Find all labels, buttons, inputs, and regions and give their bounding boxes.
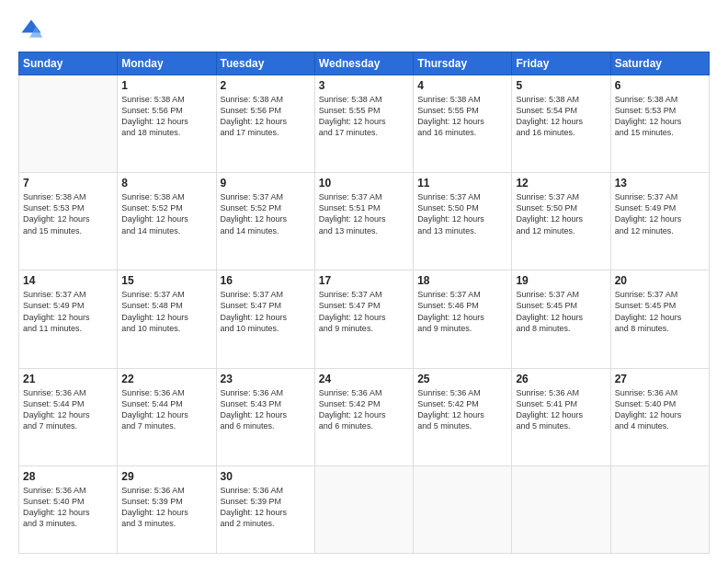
- day-info: Sunrise: 5:37 AM Sunset: 5:47 PM Dayligh…: [319, 289, 409, 334]
- calendar-day-cell: 15Sunrise: 5:37 AM Sunset: 5:48 PM Dayli…: [118, 270, 216, 368]
- day-info: Sunrise: 5:36 AM Sunset: 5:44 PM Dayligh…: [121, 387, 211, 432]
- day-number: 30: [221, 470, 311, 483]
- calendar-day-cell: [314, 465, 413, 553]
- day-info: Sunrise: 5:37 AM Sunset: 5:52 PM Dayligh…: [221, 191, 311, 236]
- weekday-header-sunday: Sunday: [19, 52, 118, 75]
- day-number: 29: [121, 470, 211, 483]
- calendar-day-cell: 18Sunrise: 5:37 AM Sunset: 5:46 PM Dayli…: [414, 270, 512, 368]
- day-info: Sunrise: 5:37 AM Sunset: 5:46 PM Dayligh…: [417, 289, 507, 334]
- day-number: 12: [516, 177, 606, 190]
- calendar-header-row: SundayMondayTuesdayWednesdayThursdayFrid…: [19, 52, 710, 75]
- day-info: Sunrise: 5:37 AM Sunset: 5:45 PM Dayligh…: [516, 289, 606, 334]
- calendar-week-row: 21Sunrise: 5:36 AM Sunset: 5:44 PM Dayli…: [19, 368, 710, 465]
- calendar-day-cell: 13Sunrise: 5:37 AM Sunset: 5:49 PM Dayli…: [610, 173, 709, 270]
- day-info: Sunrise: 5:37 AM Sunset: 5:50 PM Dayligh…: [516, 191, 606, 236]
- page: SundayMondayTuesdayWednesdayThursdayFrid…: [0, 0, 728, 563]
- day-number: 9: [221, 177, 311, 190]
- day-info: Sunrise: 5:36 AM Sunset: 5:44 PM Dayligh…: [23, 387, 113, 432]
- calendar-day-cell: 11Sunrise: 5:37 AM Sunset: 5:50 PM Dayli…: [414, 173, 512, 270]
- calendar-day-cell: 3Sunrise: 5:38 AM Sunset: 5:55 PM Daylig…: [314, 75, 413, 173]
- calendar-day-cell: 20Sunrise: 5:37 AM Sunset: 5:45 PM Dayli…: [610, 270, 709, 368]
- day-number: 21: [23, 373, 113, 385]
- calendar-day-cell: 16Sunrise: 5:37 AM Sunset: 5:47 PM Dayli…: [216, 270, 314, 368]
- day-number: 24: [319, 373, 409, 385]
- day-number: 5: [516, 79, 606, 92]
- calendar-day-cell: 12Sunrise: 5:37 AM Sunset: 5:50 PM Dayli…: [512, 173, 610, 270]
- calendar-day-cell: 1Sunrise: 5:38 AM Sunset: 5:56 PM Daylig…: [118, 75, 216, 173]
- calendar-week-row: 1Sunrise: 5:38 AM Sunset: 5:56 PM Daylig…: [19, 75, 710, 173]
- logo-icon: [18, 17, 44, 42]
- calendar-day-cell: 7Sunrise: 5:38 AM Sunset: 5:53 PM Daylig…: [19, 173, 118, 270]
- calendar-day-cell: 28Sunrise: 5:36 AM Sunset: 5:40 PM Dayli…: [19, 465, 118, 553]
- day-info: Sunrise: 5:38 AM Sunset: 5:53 PM Dayligh…: [615, 94, 705, 139]
- day-number: 13: [615, 177, 705, 190]
- day-info: Sunrise: 5:37 AM Sunset: 5:51 PM Dayligh…: [319, 191, 409, 236]
- calendar-day-cell: 5Sunrise: 5:38 AM Sunset: 5:54 PM Daylig…: [512, 75, 610, 173]
- weekday-header-saturday: Saturday: [610, 52, 709, 75]
- day-number: 2: [221, 79, 311, 92]
- calendar-day-cell: [512, 465, 610, 553]
- day-info: Sunrise: 5:36 AM Sunset: 5:39 PM Dayligh…: [221, 485, 311, 530]
- calendar-day-cell: 29Sunrise: 5:36 AM Sunset: 5:39 PM Dayli…: [118, 465, 216, 553]
- day-info: Sunrise: 5:36 AM Sunset: 5:40 PM Dayligh…: [615, 387, 705, 432]
- day-info: Sunrise: 5:36 AM Sunset: 5:43 PM Dayligh…: [221, 387, 311, 432]
- day-info: Sunrise: 5:36 AM Sunset: 5:40 PM Dayligh…: [23, 485, 113, 530]
- day-info: Sunrise: 5:36 AM Sunset: 5:42 PM Dayligh…: [417, 387, 507, 432]
- day-number: 14: [23, 274, 113, 287]
- calendar-day-cell: 22Sunrise: 5:36 AM Sunset: 5:44 PM Dayli…: [118, 368, 216, 465]
- calendar-day-cell: [19, 75, 118, 173]
- day-info: Sunrise: 5:38 AM Sunset: 5:56 PM Dayligh…: [221, 94, 311, 139]
- day-info: Sunrise: 5:38 AM Sunset: 5:55 PM Dayligh…: [319, 94, 409, 139]
- calendar-day-cell: [610, 465, 709, 553]
- day-info: Sunrise: 5:37 AM Sunset: 5:45 PM Dayligh…: [615, 289, 705, 334]
- calendar-day-cell: 19Sunrise: 5:37 AM Sunset: 5:45 PM Dayli…: [512, 270, 610, 368]
- day-info: Sunrise: 5:38 AM Sunset: 5:56 PM Dayligh…: [121, 94, 211, 139]
- day-number: 4: [417, 79, 507, 92]
- day-number: 16: [221, 274, 311, 287]
- header: [18, 17, 710, 42]
- day-number: 22: [121, 373, 211, 385]
- day-number: 6: [615, 79, 705, 92]
- calendar-day-cell: 30Sunrise: 5:36 AM Sunset: 5:39 PM Dayli…: [216, 465, 314, 553]
- day-number: 18: [417, 274, 507, 287]
- day-number: 7: [23, 177, 113, 190]
- calendar-day-cell: 2Sunrise: 5:38 AM Sunset: 5:56 PM Daylig…: [216, 75, 314, 173]
- day-info: Sunrise: 5:37 AM Sunset: 5:49 PM Dayligh…: [615, 191, 705, 236]
- calendar-table: SundayMondayTuesdayWednesdayThursdayFrid…: [18, 52, 710, 554]
- day-info: Sunrise: 5:37 AM Sunset: 5:47 PM Dayligh…: [221, 289, 311, 334]
- day-number: 17: [319, 274, 409, 287]
- calendar-day-cell: 26Sunrise: 5:36 AM Sunset: 5:41 PM Dayli…: [512, 368, 610, 465]
- day-number: 10: [319, 177, 409, 190]
- day-info: Sunrise: 5:37 AM Sunset: 5:48 PM Dayligh…: [121, 289, 211, 334]
- day-number: 8: [121, 177, 211, 190]
- day-number: 26: [516, 373, 606, 385]
- day-info: Sunrise: 5:38 AM Sunset: 5:54 PM Dayligh…: [516, 94, 606, 139]
- calendar-day-cell: 4Sunrise: 5:38 AM Sunset: 5:55 PM Daylig…: [414, 75, 512, 173]
- calendar-day-cell: 8Sunrise: 5:38 AM Sunset: 5:52 PM Daylig…: [118, 173, 216, 270]
- day-info: Sunrise: 5:36 AM Sunset: 5:41 PM Dayligh…: [516, 387, 606, 432]
- day-number: 25: [417, 373, 507, 385]
- calendar-day-cell: 10Sunrise: 5:37 AM Sunset: 5:51 PM Dayli…: [314, 173, 413, 270]
- day-info: Sunrise: 5:38 AM Sunset: 5:52 PM Dayligh…: [121, 191, 211, 236]
- logo: [18, 17, 48, 42]
- day-number: 20: [615, 274, 705, 287]
- day-info: Sunrise: 5:37 AM Sunset: 5:49 PM Dayligh…: [23, 289, 113, 334]
- day-number: 3: [319, 79, 409, 92]
- weekday-header-friday: Friday: [512, 52, 610, 75]
- day-info: Sunrise: 5:36 AM Sunset: 5:39 PM Dayligh…: [121, 485, 211, 530]
- day-number: 19: [516, 274, 606, 287]
- day-number: 1: [121, 79, 211, 92]
- calendar-day-cell: 23Sunrise: 5:36 AM Sunset: 5:43 PM Dayli…: [216, 368, 314, 465]
- day-info: Sunrise: 5:36 AM Sunset: 5:42 PM Dayligh…: [319, 387, 409, 432]
- day-info: Sunrise: 5:38 AM Sunset: 5:55 PM Dayligh…: [417, 94, 507, 139]
- calendar-day-cell: 24Sunrise: 5:36 AM Sunset: 5:42 PM Dayli…: [314, 368, 413, 465]
- weekday-header-tuesday: Tuesday: [216, 52, 314, 75]
- calendar-day-cell: 17Sunrise: 5:37 AM Sunset: 5:47 PM Dayli…: [314, 270, 413, 368]
- calendar-day-cell: 25Sunrise: 5:36 AM Sunset: 5:42 PM Dayli…: [414, 368, 512, 465]
- calendar-week-row: 7Sunrise: 5:38 AM Sunset: 5:53 PM Daylig…: [19, 173, 710, 270]
- calendar-day-cell: 21Sunrise: 5:36 AM Sunset: 5:44 PM Dayli…: [19, 368, 118, 465]
- calendar-day-cell: 6Sunrise: 5:38 AM Sunset: 5:53 PM Daylig…: [610, 75, 709, 173]
- calendar-day-cell: [414, 465, 512, 553]
- day-number: 27: [615, 373, 705, 385]
- weekday-header-monday: Monday: [118, 52, 216, 75]
